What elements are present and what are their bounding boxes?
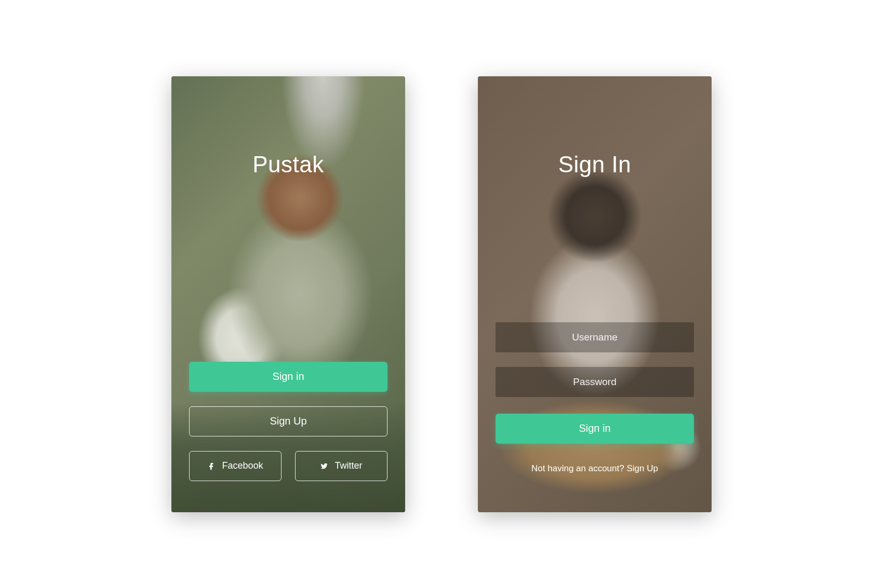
twitter-button[interactable]: Twitter	[295, 451, 387, 481]
welcome-content: Pustak Sign in Sign Up Facebook Twitter	[171, 76, 405, 512]
signup-link[interactable]: Not having an account? Sign Up	[496, 463, 694, 474]
signin-button[interactable]: Sign in	[189, 362, 387, 392]
signup-button[interactable]: Sign Up	[189, 406, 387, 436]
username-input[interactable]	[496, 322, 694, 352]
facebook-button[interactable]: Facebook	[189, 451, 282, 481]
signin-screen: Sign In Sign in Not having an account? S…	[478, 76, 712, 512]
signin-content: Sign In Sign in Not having an account? S…	[478, 76, 712, 512]
password-input[interactable]	[496, 367, 694, 397]
signin-submit-button[interactable]: Sign in	[496, 414, 694, 444]
twitter-icon	[320, 462, 328, 470]
facebook-label: Facebook	[222, 460, 263, 471]
twitter-label: Twitter	[335, 460, 362, 471]
signin-form: Sign in Not having an account? Sign Up	[496, 322, 694, 474]
social-row: Facebook Twitter	[189, 451, 387, 481]
facebook-icon	[207, 462, 216, 470]
app-title: Pustak	[252, 152, 324, 177]
welcome-screen: Pustak Sign in Sign Up Facebook Twitter	[171, 76, 405, 512]
signin-title: Sign In	[558, 152, 631, 177]
